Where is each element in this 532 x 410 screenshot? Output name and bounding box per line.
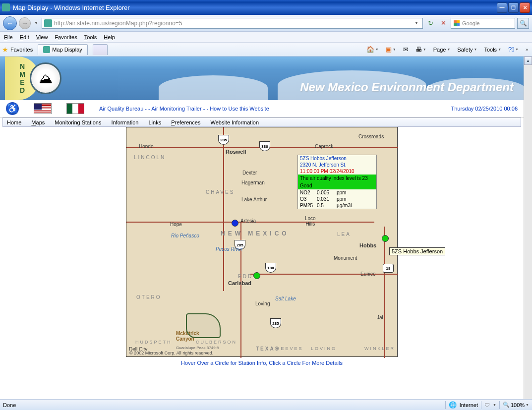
vertical-scrollbar[interactable]: ▲ ▼ xyxy=(524,57,532,410)
city-dexter: Dexter xyxy=(242,170,257,176)
city-jal: Jal xyxy=(377,315,383,320)
tools-menu[interactable]: Tools▼ xyxy=(482,46,503,54)
tab-bar: ★ Favorites Map Display 🏠▼ ▣▼ ✉ 🖶▼ Page▼… xyxy=(0,43,532,57)
page-icon xyxy=(44,19,52,27)
popup-aqi-text: The air quality index level is 23 xyxy=(298,175,376,182)
menu-edit[interactable]: Edit xyxy=(20,34,29,40)
nav-links[interactable]: Links xyxy=(148,119,161,125)
favorites-label[interactable]: Favorites xyxy=(10,47,33,53)
accessibility-icon[interactable]: ♿ xyxy=(6,102,19,115)
toolbar-overflow[interactable]: » xyxy=(524,47,530,52)
label-riopenasco: Rio Peñasco xyxy=(171,233,199,238)
nav-prefs[interactable]: Preferences xyxy=(171,119,200,125)
link-trailer[interactable]: Air Monitoring Trailer xyxy=(151,106,201,112)
link-howto[interactable]: How to Use this Website xyxy=(210,106,269,112)
globe-icon: 🌐 xyxy=(449,401,457,409)
help-button[interactable]: ?⃝▼ xyxy=(506,45,521,54)
menu-view[interactable]: View xyxy=(36,34,48,40)
county-reeves: REEVES xyxy=(276,346,303,351)
city-eunice: Eunice xyxy=(360,271,376,277)
address-bar[interactable]: http://air.state.nm.us/regionMap.php?reg… xyxy=(42,18,423,29)
tab-icon xyxy=(43,46,50,53)
home-button[interactable]: 🏠▼ xyxy=(364,45,381,54)
nav-website-info[interactable]: Website Information xyxy=(210,119,259,125)
label-pecos: Pecos River xyxy=(216,246,242,252)
zoom-level: 100% xyxy=(511,402,525,408)
mail-button[interactable]: ✉ xyxy=(401,45,411,54)
flag-mexico[interactable] xyxy=(66,103,84,114)
tab-map-display[interactable]: Map Display xyxy=(38,44,88,55)
menu-help[interactable]: Help xyxy=(104,34,115,40)
safety-menu[interactable]: Safety▼ xyxy=(455,46,479,54)
address-dropdown[interactable]: ▼ xyxy=(413,21,420,25)
back-button[interactable]: ← xyxy=(3,16,17,30)
status-bar: Done 🌐 Internet 🛡 ▼ 🔍 100% ▼ xyxy=(0,399,532,410)
header-row: ♿ Air Quality Bureau - - Air Monitoring … xyxy=(0,100,524,117)
svg-rect-3 xyxy=(457,23,460,26)
rss-icon: ▣ xyxy=(386,46,392,53)
label-guadalupe: Guadalupe Peak 8749 ft xyxy=(176,346,219,350)
page-menu[interactable]: Page▼ xyxy=(431,46,453,54)
print-button[interactable]: 🖶▼ xyxy=(414,45,428,54)
county-lea: LEA xyxy=(337,232,351,237)
protected-mode-icon[interactable]: 🛡 xyxy=(484,402,490,408)
tab-title: Map Display xyxy=(52,47,82,53)
city-caprock: Caprock xyxy=(315,144,333,149)
stop-button[interactable]: ✕ xyxy=(438,18,449,29)
site-banner: NMED ⛰ New Mexico Environment Department xyxy=(0,57,524,100)
nav-stations[interactable]: Monitoring Stations xyxy=(55,119,101,125)
map-copyright: © 2002 Microsoft Corp. All rights reserv… xyxy=(128,351,214,355)
county-hudspeth: HUDSPETH xyxy=(135,340,172,345)
city-hondo: Hondo xyxy=(139,144,153,149)
station-hobbs[interactable] xyxy=(382,235,389,242)
link-aqb[interactable]: Air Quality Bureau xyxy=(99,106,143,112)
menu-bar: File Edit View Favorites Tools Help xyxy=(0,32,532,43)
maximize-button[interactable]: ☐ xyxy=(508,2,519,13)
shield-285c: 285 xyxy=(270,318,281,328)
shield-18: 18 xyxy=(383,264,394,273)
new-tab-button[interactable] xyxy=(93,44,108,55)
label-saltlake: Salt Lake xyxy=(275,296,296,301)
forward-button[interactable]: → xyxy=(19,17,31,29)
mail-icon: ✉ xyxy=(403,46,409,53)
city-loving: Loving xyxy=(255,301,270,306)
popup-meas-row: PM250.5μg/m3L xyxy=(298,202,376,209)
print-icon: 🖶 xyxy=(415,46,422,53)
window-titlebar: Map Display - Windows Internet Explorer … xyxy=(0,0,532,15)
zoom-control[interactable]: 🔍 100% ▼ xyxy=(503,402,529,408)
city-roswell: Roswell xyxy=(226,149,246,155)
county-lincoln: LINCOLN xyxy=(134,155,166,160)
menu-tools[interactable]: Tools xyxy=(84,34,97,40)
county-culberson: CULBERSON xyxy=(196,340,237,345)
shield-180: 180 xyxy=(265,263,276,273)
county-otero: OTERO xyxy=(136,294,162,300)
menu-file[interactable]: File xyxy=(4,34,13,40)
nav-info[interactable]: Information xyxy=(111,119,138,125)
station-carlsbad[interactable] xyxy=(253,272,260,279)
close-button[interactable]: ✕ xyxy=(520,2,530,13)
city-monument: Monument xyxy=(334,255,357,261)
search-button[interactable]: 🔍 xyxy=(517,18,529,29)
favorites-star-icon[interactable]: ★ xyxy=(2,46,8,54)
nav-home[interactable]: Home xyxy=(7,119,21,125)
menu-favorites[interactable]: Favorites xyxy=(55,34,77,40)
city-locohills: LocoHills xyxy=(305,216,316,227)
nav-maps[interactable]: Maps xyxy=(31,119,45,125)
station-artesia[interactable] xyxy=(232,220,238,227)
city-carlsbad: Carlsbad xyxy=(228,280,251,286)
search-box[interactable]: Google xyxy=(451,18,515,29)
flag-us[interactable] xyxy=(34,103,52,114)
minimize-button[interactable]: — xyxy=(497,2,507,13)
refresh-button[interactable]: ↻ xyxy=(425,18,436,29)
state-tx: TEXAS xyxy=(256,346,280,351)
home-icon: 🏠 xyxy=(366,46,374,53)
station-tooltip: 5ZS Hobbs Jefferson xyxy=(389,247,445,255)
scroll-up-button[interactable]: ▲ xyxy=(524,57,532,65)
city-crossroads: Crossroads xyxy=(358,134,384,139)
region-map[interactable]: 285 380 285 180 18 285 Roswell Hondo Cap… xyxy=(126,127,398,357)
county-chaves: CHAVES xyxy=(206,189,235,195)
state-nm: NEW MEXICO xyxy=(221,230,290,237)
feeds-button[interactable]: ▣▼ xyxy=(384,45,398,54)
nav-history-dropdown[interactable]: ▼ xyxy=(33,18,40,28)
county-loving: LOVING xyxy=(311,346,337,351)
